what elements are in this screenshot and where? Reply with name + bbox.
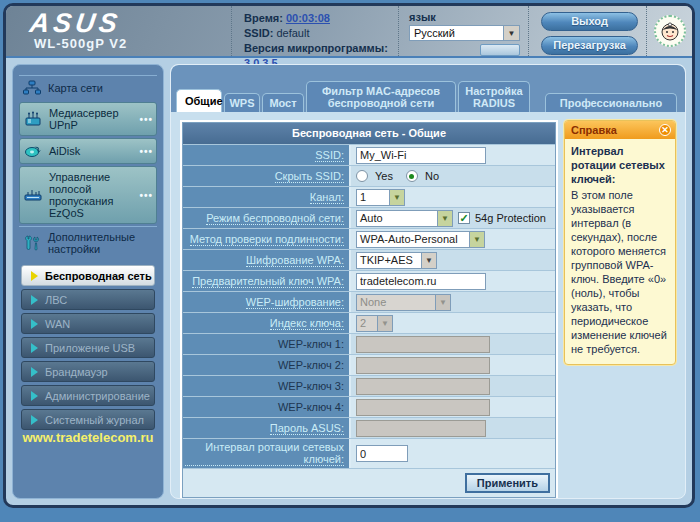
sidebar-item-firewall[interactable]: Брандмауэр [21,361,155,382]
nav-item-label: ЛВС [45,294,67,306]
field-value-auth-method: WPA-Auto-Personal▼ [351,229,555,249]
wpa-psk-label[interactable]: Предварительный ключ WPA: [192,275,344,288]
key-rotation-interval-input[interactable] [356,445,408,462]
sidebar-item-network-map[interactable]: Карта сети [19,75,157,100]
wep-key-4-input [356,399,490,416]
language-apply-button[interactable] [480,44,520,56]
sidebar-item-wireless[interactable]: Беспроводная сеть [21,265,155,286]
tab-mac-filter[interactable]: Фильтр MAC-адресов беспроводной сети [306,81,456,112]
apply-button[interactable]: Применить [465,473,550,493]
form-footer: Применить [183,468,555,497]
hide-ssid-radio-no[interactable] [406,170,418,182]
form-row-key-rotation-interval: Интервал ротации сетевых ключей: [183,438,555,468]
header: ASUS WL-500gP V2 Время: 00:03:08 SSID: d… [6,6,692,58]
hide-ssid-radio-label: Yes [375,170,393,182]
language-section: язык Русский ▼ [398,6,528,56]
time-label: Время: [244,12,283,24]
sidebar-item-usb-app[interactable]: Приложение USB [21,337,155,358]
ssid-label: SSID: [244,27,273,39]
header-buttons: Выход Перезагрузка [528,6,646,56]
form-row-auth-method: Метод проверки подлинности:WPA-Auto-Pers… [183,228,555,249]
vendor-website-link[interactable]: www.tradetelecom.ru [19,430,157,445]
wep-key-1-input [356,336,490,353]
asus-password-label[interactable]: Пароль ASUS: [270,422,344,435]
sidebar-nav-list: Беспроводная сетьЛВСWANПриложение USBБра… [19,265,157,430]
ssid-input[interactable] [356,147,486,164]
sidebar-item-media-server[interactable]: Медиасервер UPnP••• [19,102,157,136]
ssid-label[interactable]: SSID: [315,149,344,162]
wpa-encryption-select[interactable]: TKIP+AES▼ [356,252,437,269]
field-value-channel: 1▼ [351,187,555,207]
field-value-wpa-encryption: TKIP+AES▼ [351,250,555,270]
sidebar-item-bandwidth[interactable]: Управление полосой пропускания EzQoS••• [19,166,157,224]
logout-button[interactable]: Выход [541,12,638,31]
mascot-area [646,6,692,56]
firmware-label: Версия микропрограммы: [244,42,388,54]
wep-encryption-label[interactable]: WEP-шифрование: [246,296,344,309]
field-value-asus-password [351,418,555,438]
wep-encryption-select: None▼ [356,294,451,311]
wpa-encryption-selected-value: TKIP+AES [357,254,421,266]
browser-viewport: ASUS WL-500gP V2 Время: 00:03:08 SSID: d… [0,0,700,522]
channel-select[interactable]: 1▼ [356,189,405,206]
tab-bridge[interactable]: Мост [262,93,304,112]
wireless-mode-checkbox[interactable]: ✓ [458,212,470,224]
field-label-channel: Канал: [183,187,351,207]
field-label-wep-encryption: WEP-шифрование: [183,292,351,312]
asus-password-input [356,420,486,437]
reboot-button[interactable]: Перезагрузка [541,36,638,55]
language-label: язык [409,11,520,23]
language-select[interactable]: Русский ▼ [409,25,520,41]
close-icon[interactable]: ✕ [659,124,671,136]
wireless-mode-select[interactable]: Auto▼ [356,210,453,227]
tab-wps[interactable]: WPS [224,93,260,112]
arrow-right-icon [31,295,38,305]
help-panel: Справка ✕ Интервал ротации сетевых ключе… [564,120,676,365]
wireless-mode-checkbox-label: 54g Protection [475,212,546,224]
hide-ssid-label[interactable]: Скрыть SSID: [275,170,344,183]
channel-label[interactable]: Канал: [310,191,344,204]
language-selected-value: Русский [410,27,503,39]
wireless-mode-selected-value: Auto [357,212,437,224]
sidebar-item-system-log[interactable]: Системный журнал [21,409,155,430]
aidisk-icon [23,143,43,159]
model-label: WL-500gP V2 [30,36,231,51]
wpa-psk-input[interactable] [356,273,486,290]
chevron-down-icon: ▼ [435,295,450,310]
wireless-mode-label[interactable]: Режим беспроводной сети: [206,212,344,225]
form-row-asus-password: Пароль ASUS: [183,417,555,438]
time-value-link[interactable]: 00:03:08 [286,12,330,24]
sidebar-item-lan[interactable]: ЛВС [21,289,155,310]
field-value-hide-ssid: YesNo [351,166,555,186]
help-body: Интервал ротации сетевых ключей: В этом … [565,139,675,364]
field-label-hide-ssid: Скрыть SSID: [183,166,351,186]
field-value-wep-key-3 [351,376,555,396]
sidebar-item-tools[interactable]: Дополнительные настройки [19,226,157,259]
field-label-wpa-psk: Предварительный ключ WPA: [183,271,351,291]
hide-ssid-radio-yes[interactable] [356,170,368,182]
tab-general[interactable]: Общие [176,89,222,112]
auth-method-label[interactable]: Метод проверки подлинности: [190,233,344,246]
arrow-right-icon [31,271,38,281]
help-text: В этом поле указывается интервал (в секу… [571,188,670,356]
loading-dots-icon: ••• [139,146,153,157]
field-value-wpa-psk [351,271,555,291]
form-row-wireless-mode: Режим беспроводной сети:Auto▼✓54g Protec… [183,207,555,228]
key-rotation-interval-label[interactable]: Интервал ротации сетевых ключей: [185,441,344,466]
wpa-encryption-label[interactable]: Шифрование WPA: [246,254,344,267]
sidebar-item-administration[interactable]: Администрирование [21,385,155,406]
arrow-right-icon [31,343,38,353]
form-row-ssid: SSID: [183,144,555,165]
sidebar-item-aidisk[interactable]: AiDisk••• [19,138,157,164]
sidebar-item-wan[interactable]: WAN [21,313,155,334]
sidebar-item-label: AiDisk [49,145,80,157]
key-index-label[interactable]: Индекс ключа: [270,317,344,330]
auth-method-select[interactable]: WPA-Auto-Personal▼ [356,231,485,248]
field-label-wep-key-1: WEP-ключ 1: [183,334,351,354]
help-title: Справка [571,124,617,136]
sidebar-item-label: Карта сети [48,82,103,94]
tab-professional[interactable]: Профессионально [545,93,677,112]
wep-key-4-label: WEP-ключ 4: [278,401,344,413]
tab-radius[interactable]: Настройка RADIUS [458,81,530,112]
field-value-ssid [351,145,555,165]
